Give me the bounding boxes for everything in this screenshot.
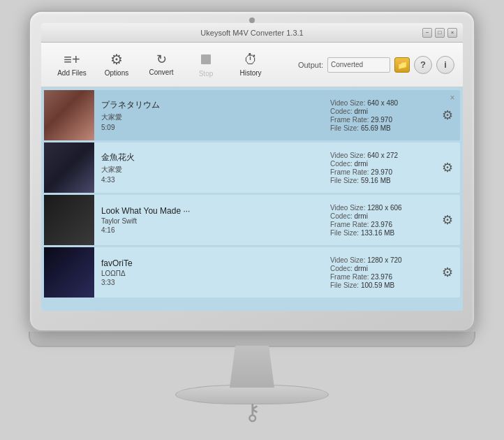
file-size-row: File Size: 100.59 MB [330,281,428,289]
history-icon: ⏱ [244,52,258,66]
video-size-row: Video Size: 640 x 272 [330,152,428,159]
camera-dot [249,17,255,23]
file-info: 金魚花火 大家愛 4:33 [94,142,323,193]
video-size-row: Video Size: 1280 x 720 [330,256,428,264]
file-artist: 大家愛 [101,165,316,175]
convert-label: Convert [149,68,173,76]
file-settings-button[interactable]: ⚙ [435,195,460,245]
file-duration: 4:33 [101,176,316,184]
add-files-label: Add Files [57,69,87,77]
monitor-bezel: Ukeysoft M4V Converter 1.3.1 − □ × ≡+ Ad… [29,10,475,332]
file-artist: LOΩΠΔ [101,270,316,277]
frame-rate-row: Frame Rate: 29.970 [330,116,428,124]
file-duration: 5:09 [101,124,316,131]
file-thumbnail [44,90,94,140]
file-title: 金魚花火 [101,152,316,163]
file-size-row: File Size: 59.16 MB [330,177,428,184]
frame-rate-row: Frame Rate: 23.976 [330,221,428,228]
window-controls: − □ × [422,28,457,38]
monitor-screen: Ukeysoft M4V Converter 1.3.1 − □ × ≡+ Ad… [41,23,463,311]
app-title: Ukeysoft M4V Converter 1.3.1 [200,29,303,37]
file-settings-button[interactable]: ⚙ [435,142,460,193]
file-title: Look What You Made ··· [101,206,316,216]
monitor-stand-neck [224,346,280,388]
stop-button[interactable]: Stop [184,45,228,85]
file-info: プラネタリウム 大家愛 5:09 [94,90,323,140]
maximize-button[interactable]: □ [435,28,445,38]
minimize-button[interactable]: − [422,28,432,38]
codec-row: Codec: drmi [330,108,428,115]
add-files-icon: ≡+ [64,52,80,66]
stop-label: Stop [199,70,214,78]
file-title: プラネタリウム [101,99,316,111]
help-button[interactable]: ? [414,56,432,74]
info-button[interactable]: i [436,56,454,74]
file-size-row: File Size: 133.16 MB [330,229,428,237]
output-path-input[interactable] [327,57,390,73]
video-size-row: Video Size: 1280 x 606 [330,204,428,212]
file-duration: 4:16 [101,226,316,234]
codec-row: Codec: drmi [330,212,428,220]
output-folder-button[interactable]: 📁 [394,57,410,73]
codec-row: Codec: drmi [330,160,428,168]
file-title: favOriTe [101,258,316,268]
app-window: Ukeysoft M4V Converter 1.3.1 − □ × ≡+ Ad… [41,23,463,311]
title-bar: Ukeysoft M4V Converter 1.3.1 − □ × [41,23,463,43]
file-item[interactable]: Look What You Made ··· Taylor Swift 4:16… [44,195,460,245]
output-area: Output: 📁 ? i [298,56,454,74]
output-label: Output: [298,61,323,69]
codec-row: Codec: drmi [330,265,428,272]
file-settings-button[interactable]: ⚙ [435,247,460,298]
file-item[interactable]: favOriTe LOΩΠΔ 3:33 Video Size: 1280 x 7… [44,247,460,298]
file-meta: Video Size: 640 x 480 Codec: drmi Frame … [323,90,435,140]
close-button[interactable]: × [447,28,457,38]
file-meta: Video Size: 1280 x 606 Codec: drmi Frame… [323,195,435,245]
file-close-button[interactable]: × [447,93,457,103]
monitor-chin [29,332,475,347]
file-thumbnail [44,195,94,245]
add-files-button[interactable]: ≡+ Add Files [50,45,94,85]
history-label: History [239,69,261,77]
file-meta: Video Size: 1280 x 720 Codec: drmi Frame… [323,247,435,298]
frame-rate-row: Frame Rate: 29.970 [330,168,428,176]
monitor: Ukeysoft M4V Converter 1.3.1 − □ × ≡+ Ad… [22,10,482,430]
file-item[interactable]: 金魚花火 大家愛 4:33 Video Size: 640 x 272 Code… [44,142,460,193]
convert-button[interactable]: ↻ Convert [139,45,184,85]
file-duration: 3:33 [101,279,316,286]
file-item[interactable]: プラネタリウム 大家愛 5:09 Video Size: 640 x 480 C… [44,90,460,140]
file-thumbnail [44,142,94,193]
history-button[interactable]: ⏱ History [228,45,273,85]
file-info: Look What You Made ··· Taylor Swift 4:16 [94,195,323,245]
toolbar: ≡+ Add Files ⚙ Options ↻ Convert Stop [41,43,463,87]
options-button[interactable]: ⚙ Options [94,45,139,85]
file-list: プラネタリウム 大家愛 5:09 Video Size: 640 x 480 C… [41,87,463,311]
frame-rate-row: Frame Rate: 23.976 [330,273,428,281]
file-thumbnail [44,247,94,298]
options-label: Options [105,69,128,77]
options-icon: ⚙ [110,52,123,66]
convert-icon: ↻ [156,53,167,66]
file-meta: Video Size: 640 x 272 Codec: drmi Frame … [323,142,435,193]
file-info: favOriTe LOΩΠΔ 3:33 [94,247,323,298]
video-size-row: Video Size: 640 x 480 [330,99,428,107]
file-artist: 大家愛 [101,112,316,122]
stop-icon [201,52,211,67]
file-size-row: File Size: 65.69 MB [330,124,428,132]
file-artist: Taylor Swift [101,217,316,225]
brand-logo: ⚷ [244,399,260,425]
